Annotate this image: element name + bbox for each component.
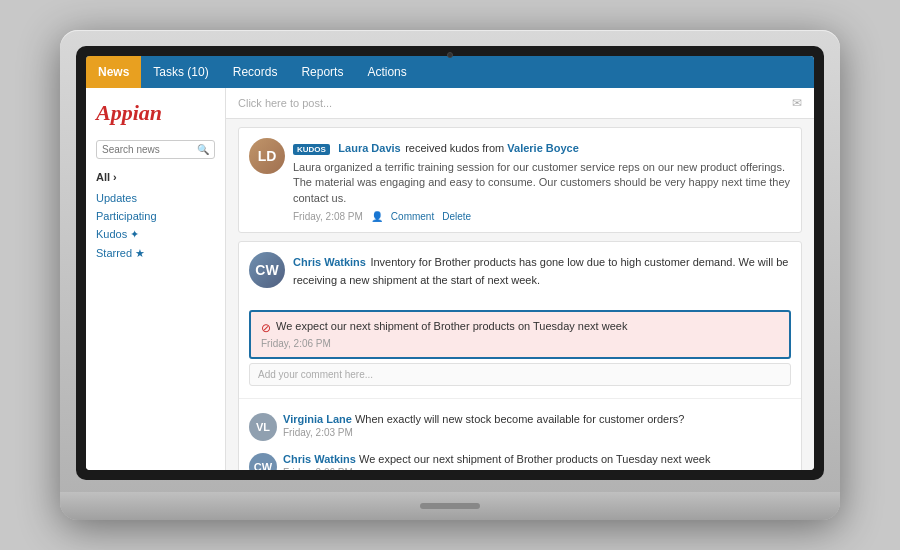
feed-meta-laura: Friday, 2:08 PM 👤 Comment Delete [293, 211, 791, 222]
search-input[interactable] [102, 144, 197, 155]
main-content: Click here to post... ✉ LD KUDOS Laura D… [226, 88, 814, 470]
feed-body-laura: Laura organized a terrific training sess… [293, 160, 791, 206]
reply-content-chris: Chris Watkins We expect our next shipmen… [283, 453, 791, 470]
screen: News Tasks (10) Records Reports Actions … [86, 56, 814, 470]
nav-reports[interactable]: Reports [289, 56, 355, 88]
feed-header-chris: Chris Watkins Inventory for Brother prod… [293, 252, 791, 288]
error-post-selected: ⊘ We expect our next shipment of Brother… [249, 310, 791, 359]
feed-kudos-from: received kudos from [405, 142, 507, 154]
app-nav: News Tasks (10) Records Reports Actions [86, 56, 814, 88]
error-post-header-selected: ⊘ We expect our next shipment of Brother… [261, 320, 779, 335]
avatar-virginia: VL [249, 413, 277, 441]
avatar-laura: LD [249, 138, 285, 174]
feed: LD KUDOS Laura Davis received kudos from… [226, 119, 814, 470]
sidebar-link-kudos[interactable]: Kudos ✦ [96, 227, 215, 242]
reply-chris: CW Chris Watkins We expect our next ship… [249, 449, 791, 470]
reply-time-chris: Friday, 2:06 PM [283, 467, 791, 470]
comment-input-1[interactable]: Add your comment here... [249, 363, 791, 386]
feed-item-chris-header: CW Chris Watkins Inventory for Brother p… [239, 242, 801, 298]
replies-section: VL Virginia Lane When exactly will new s… [239, 398, 801, 470]
nav-actions[interactable]: Actions [355, 56, 418, 88]
sidebar: Appian 🔍 All › Updates Participating Kud… [86, 88, 226, 470]
avatar-chris: CW [249, 252, 285, 288]
appian-logo: Appian [96, 100, 215, 126]
sidebar-link-updates[interactable]: Updates [96, 191, 215, 205]
delete-link-laura[interactable]: Delete [442, 211, 471, 222]
feed-item-chris: CW Chris Watkins Inventory for Brother p… [238, 241, 802, 470]
reply-time-virginia: Friday, 2:03 PM [283, 427, 791, 438]
search-box[interactable]: 🔍 [96, 140, 215, 159]
screen-bezel: News Tasks (10) Records Reports Actions … [76, 46, 824, 480]
nav-news[interactable]: News [86, 56, 141, 88]
laptop-base-notch [420, 503, 480, 509]
logo-text: Appian [96, 100, 162, 125]
reply-author-chris[interactable]: Chris Watkins [283, 453, 356, 465]
error-time-selected: Friday, 2:06 PM [261, 338, 779, 349]
laptop-shell: News Tasks (10) Records Reports Actions … [60, 30, 840, 520]
error-text-selected: We expect our next shipment of Brother p… [276, 320, 627, 332]
feed-text-chris: Inventory for Brother products has gone … [293, 256, 788, 286]
feed-header-laura: KUDOS Laura Davis received kudos from Va… [293, 138, 791, 156]
nav-tasks[interactable]: Tasks (10) [141, 56, 220, 88]
message-icon: ✉ [792, 96, 802, 110]
reply-virginia: VL Virginia Lane When exactly will new s… [249, 409, 791, 445]
reply-content-virginia: Virginia Lane When exactly will new stoc… [283, 413, 791, 441]
nav-records[interactable]: Records [221, 56, 290, 88]
feed-item-laura: LD KUDOS Laura Davis received kudos from… [238, 127, 802, 233]
feed-from-name[interactable]: Valerie Boyce [507, 142, 579, 154]
feed-content-chris: Chris Watkins Inventory for Brother prod… [293, 252, 791, 288]
reply-text-virginia: When exactly will new stock become avail… [355, 413, 685, 425]
post-box[interactable]: Click here to post... ✉ [226, 88, 814, 119]
kudos-badge: KUDOS [293, 144, 330, 155]
app-body: Appian 🔍 All › Updates Participating Kud… [86, 88, 814, 470]
avatar-chris-reply: CW [249, 453, 277, 470]
sidebar-link-participating[interactable]: Participating [96, 209, 215, 223]
feed-author-chris[interactable]: Chris Watkins [293, 256, 366, 268]
feed-content-laura: KUDOS Laura Davis received kudos from Va… [293, 138, 791, 222]
error-post-wrapper-selected: ⊘ We expect our next shipment of Brother… [239, 306, 801, 390]
laptop-base [60, 492, 840, 520]
search-icon: 🔍 [197, 144, 209, 155]
sidebar-all[interactable]: All › [96, 171, 215, 183]
person-icon: 👤 [371, 211, 383, 222]
reply-author-virginia[interactable]: Virginia Lane [283, 413, 352, 425]
feed-time-laura: Friday, 2:08 PM [293, 211, 363, 222]
camera [447, 52, 453, 58]
error-icon: ⊘ [261, 321, 271, 335]
post-placeholder[interactable]: Click here to post... [238, 97, 792, 109]
feed-author-laura[interactable]: Laura Davis [338, 142, 400, 154]
sidebar-link-starred[interactable]: Starred ★ [96, 246, 215, 261]
comment-link-laura[interactable]: Comment [391, 211, 434, 222]
reply-text-chris: We expect our next shipment of Brother p… [359, 453, 710, 465]
